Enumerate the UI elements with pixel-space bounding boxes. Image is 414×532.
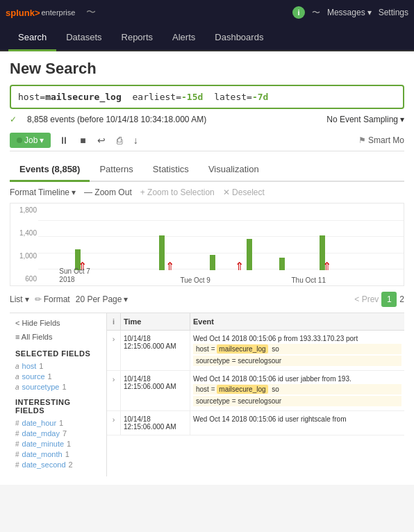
field-date-hour[interactable]: # date_hour 1 <box>15 419 101 427</box>
th-event: Event <box>190 313 404 330</box>
x-label-oct7: Sun Oct 72018 <box>59 267 90 284</box>
event-3: Wed Oct 14 2018 00:15:06 id user rightsc… <box>190 411 404 435</box>
timeline-controls: Format Timeline ▾ — Zoom Out + Zoom to S… <box>10 188 404 197</box>
pause-button[interactable]: ⏸ <box>56 133 72 147</box>
tab-alerts[interactable]: Alerts <box>163 25 205 51</box>
event-1: Wed Oct 14 2018 00:15:06 p from 193.33.1… <box>190 331 404 370</box>
timeline-chart: 1,800 1,400 1,000 600 ⇑ ⇑ ⇑ ⇑ Sun Oct 72… <box>10 203 404 286</box>
bar-4 <box>247 239 252 270</box>
prev-button[interactable]: < Prev <box>354 294 379 304</box>
all-fields-button[interactable]: ≡ All Fields <box>15 333 101 341</box>
th-time: Time <box>121 313 190 330</box>
info-icon[interactable]: i <box>292 6 305 19</box>
pagination-area: List ▾ ✏ Format 20 Per Page ▾ < Prev 1 2 <box>10 292 404 307</box>
activity-icon[interactable]: 〜 <box>86 6 96 19</box>
query-latest-val: -7d <box>252 92 268 102</box>
top-bar: splunk> enterprise 〜 i 〜 Messages ▾ Sett… <box>0 0 414 25</box>
page-title: New Search <box>10 60 404 78</box>
zoom-selection-button[interactable]: + Zoom to Selection <box>140 188 215 197</box>
x-label-oct9: Tue Oct 9 <box>180 276 210 284</box>
expand-button-2[interactable]: › <box>107 371 121 410</box>
check-icon: ✓ <box>10 115 17 124</box>
time-1: 10/14/1812:15:06.000 AM <box>121 331 190 370</box>
results-table: i Time Event › 10/14/1812:15:06.000 AM W… <box>107 313 404 476</box>
per-page-button[interactable]: 20 Per Page ▾ <box>76 294 129 304</box>
event-2: Wed Oct 14 2018 00:15:06 id user jabber … <box>190 371 404 410</box>
activity2-icon[interactable]: 〜 <box>312 7 320 19</box>
field-date-minute[interactable]: # date_minute 1 <box>15 440 101 448</box>
arrow-3: ⇑ <box>235 260 244 273</box>
x-label-oct11: Thu Oct 11 <box>292 276 326 284</box>
next-page[interactable]: 2 <box>399 294 404 304</box>
tab-patterns[interactable]: Patterns <box>90 158 142 182</box>
hide-fields-button[interactable]: < Hide Fields <box>15 319 101 327</box>
left-sidebar: < Hide Fields ≡ All Fields SELECTED FIEL… <box>10 313 107 476</box>
settings-button[interactable]: Settings <box>379 8 408 17</box>
results-area: < Hide Fields ≡ All Fields SELECTED FIEL… <box>10 313 404 476</box>
smart-mode-button[interactable]: ⚑ Smart Mo <box>358 135 404 145</box>
field-sourcetype[interactable]: a sourcetype 1 <box>15 383 101 391</box>
tab-statistics[interactable]: Statistics <box>143 158 199 182</box>
logo-splunk: splunk> <box>6 8 40 18</box>
print-button[interactable]: ⎙ <box>114 133 125 147</box>
time-2: 10/14/1812:15:06.000 AM <box>121 371 190 410</box>
job-button[interactable]: Job ▾ <box>10 133 51 148</box>
table-row: › 10/14/1812:15:06.000 AM Wed Oct 14 201… <box>107 371 404 411</box>
query-earliest-val: -15d <box>181 92 203 102</box>
y-axis: 1,800 1,400 1,000 600 <box>10 203 38 285</box>
pagination-nav: < Prev 1 2 <box>354 292 404 307</box>
deselect-button[interactable]: ✕ Deselect <box>223 188 265 197</box>
tab-dashboards[interactable]: Dashboards <box>205 25 273 51</box>
result-tabs: Events (8,858) Patterns Statistics Visua… <box>10 158 404 182</box>
expand-button-3[interactable]: › <box>107 411 121 435</box>
table-row: › 10/14/1812:15:06.000 AM Wed Oct 14 201… <box>107 331 404 371</box>
tab-visualization[interactable]: Visualization <box>199 158 269 182</box>
stop-button[interactable]: ■ <box>77 133 88 147</box>
time-3: 10/14/1812:15:06.000 AM <box>121 411 190 435</box>
events-count: 8,858 events (before 10/14/18 10:34:18.0… <box>27 115 206 124</box>
messages-button[interactable]: Messages ▾ <box>327 8 372 17</box>
logo: splunk> enterprise <box>6 8 75 18</box>
tab-datasets[interactable]: Datasets <box>56 25 111 51</box>
field-host[interactable]: a host 1 <box>15 362 101 370</box>
field-source[interactable]: a source 1 <box>15 372 101 381</box>
expand-button-1[interactable]: › <box>107 331 121 370</box>
format-timeline-button[interactable]: Format Timeline ▾ <box>10 188 76 197</box>
search-query: host=mailsecure_log earliest=-15d latest… <box>18 92 396 102</box>
share-button[interactable]: ↩ <box>94 133 108 147</box>
main-content: New Search host=mailsecure_log earliest=… <box>0 51 414 485</box>
chart-area: ⇑ ⇑ ⇑ ⇑ Sun Oct 72018 Tue Oct 9 Thu Oct … <box>38 203 404 285</box>
toolbar: Job ▾ ⏸ ■ ↩ ⎙ ↓ ⚑ Smart Mo <box>10 130 404 151</box>
field-date-second[interactable]: # date_second 2 <box>15 460 101 469</box>
arrow-2: ⇑ <box>165 260 174 273</box>
interesting-fields-title: INTERESTING FIELDS <box>15 398 101 415</box>
field-date-month[interactable]: # date_month 1 <box>15 450 101 458</box>
tab-search[interactable]: Search <box>8 25 56 51</box>
arrow-4: ⇑ <box>322 260 331 273</box>
query-host-val: mailsecure_log <box>45 92 122 102</box>
no-event-sampling-button[interactable]: No Event Sampling ▾ <box>326 115 404 124</box>
top-bar-icons: i 〜 Messages ▾ Settings <box>292 6 408 19</box>
job-status-dot <box>17 138 22 143</box>
th-i: i <box>107 313 121 330</box>
logo-enterprise: enterprise <box>42 8 76 17</box>
query-earliest-key: earliest= <box>133 92 181 102</box>
table-row: › 10/14/1812:15:06.000 AM Wed Oct 14 201… <box>107 411 404 435</box>
selected-fields-title: SELECTED FIELDS <box>15 349 101 358</box>
zoom-out-button[interactable]: — Zoom Out <box>84 188 132 197</box>
pencil-icon: ✏ <box>35 294 42 304</box>
bar-2 <box>159 235 165 270</box>
query-latest-key: latest= <box>214 92 252 102</box>
current-page[interactable]: 1 <box>381 292 397 307</box>
status-bar: ✓ 8,858 events (before 10/14/18 10:34:18… <box>10 115 404 124</box>
tab-reports[interactable]: Reports <box>112 25 163 51</box>
bar-3 <box>210 255 215 270</box>
format-button[interactable]: ✏ Format <box>35 294 70 304</box>
table-header: i Time Event <box>107 313 404 331</box>
field-date-mday[interactable]: # date_mday 7 <box>15 429 101 438</box>
search-bar[interactable]: host=mailsecure_log earliest=-15d latest… <box>10 85 404 109</box>
export-button[interactable]: ↓ <box>131 133 141 147</box>
tab-events[interactable]: Events (8,858) <box>10 158 90 182</box>
list-button[interactable]: List ▾ <box>10 294 29 304</box>
query-host-key: host= <box>18 92 45 102</box>
